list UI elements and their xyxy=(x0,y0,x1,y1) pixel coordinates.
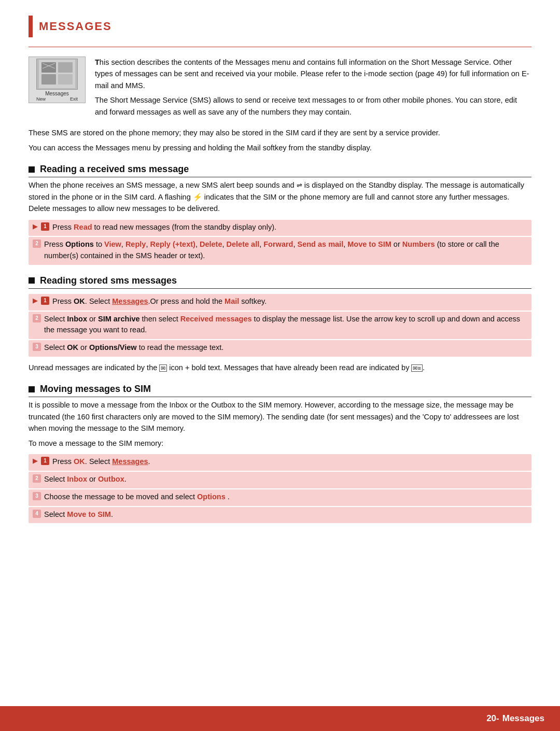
section1-header: Reading a received sms message xyxy=(29,164,531,177)
reply-text-keyword: Reply (+text) xyxy=(150,240,195,248)
step-number-1: 1 xyxy=(41,222,49,231)
section2-title: Reading stored sms messages xyxy=(40,275,177,286)
section1-square xyxy=(29,166,35,173)
section2-step1-text: Press OK. Select Messages.Or press and h… xyxy=(52,296,527,307)
phone-label: Messages xyxy=(45,91,69,96)
section2-step3-block: 3 Select OK or Options/View to read the … xyxy=(29,340,531,357)
section3-title: Moving messages to SIM xyxy=(40,384,151,395)
signal-icon: ⇌ xyxy=(297,181,302,189)
section1-step2-block: 2 Press Options to View, Reply, Reply (+… xyxy=(29,237,531,265)
svg-rect-3 xyxy=(41,74,56,85)
section2-step1-block: ▶ 1 Press OK. Select Messages.Or press a… xyxy=(29,294,531,311)
section2-step2: 2 Select Inbox or SIM archive then selec… xyxy=(33,314,527,336)
options-keyword-2: Options xyxy=(197,493,228,501)
section3-step-number-4: 4 xyxy=(33,510,41,518)
section3-step2-block: 2 Select Inbox or Outbox. xyxy=(29,472,531,488)
reply-keyword: Reply xyxy=(125,240,146,248)
page-number: 20- xyxy=(486,713,499,724)
section3-step2: 2 Select Inbox or Outbox. xyxy=(33,474,527,485)
section2-step2-block: 2 Select Inbox or SIM archive then selec… xyxy=(29,312,531,340)
section2-step2-text: Select Inbox or SIM archive then select … xyxy=(44,314,527,336)
section3-steps: ▶ 1 Press OK. Select Messages. 2 Select … xyxy=(29,454,531,523)
section3-step4-block: 4 Select Move to SIM. xyxy=(29,507,531,524)
intro-paragraph-2: The Short Message Service (SMS) allows t… xyxy=(95,94,531,118)
section3-step1: ▶ 1 Press OK. Select Messages. xyxy=(33,456,527,468)
read-keyword: Read xyxy=(74,223,92,231)
section3-step-number-3: 3 xyxy=(33,492,41,500)
inbox-keyword-1: Inbox xyxy=(67,315,87,323)
header-bar xyxy=(29,16,33,37)
section3-step4-text: Select Move to SIM. xyxy=(44,509,527,521)
numbers-keyword: Numbers xyxy=(402,240,435,248)
section1-step2: 2 Press Options to View, Reply, Reply (+… xyxy=(33,239,527,262)
section1-steps: ▶ 1 Press Read to read new messages (fro… xyxy=(29,220,531,265)
new-button-label: New xyxy=(36,96,46,102)
footer-label: Messages xyxy=(502,713,544,724)
step-arrow-icon-3: ▶ xyxy=(33,457,38,465)
sim-archive-keyword: SIM archive xyxy=(98,315,140,323)
intro-paragraph-4: You can access the Messages menu by pres… xyxy=(29,142,531,153)
intro-text-block: This section describes the contents of t… xyxy=(95,57,531,121)
inbox-keyword-2: Inbox xyxy=(67,475,87,483)
section2-step-number-2: 2 xyxy=(33,314,41,322)
section3-header: Moving messages to SIM xyxy=(29,384,531,397)
phone-screenshot: Messages New Exit xyxy=(29,57,86,103)
page-title: MESSAGES xyxy=(39,20,112,33)
section1-intro: When the phone receives an SMS message, … xyxy=(29,179,531,214)
section1-step1-text: Press Read to read new messages (from th… xyxy=(52,222,527,233)
forward-keyword: Forward xyxy=(263,240,293,248)
delete-all-keyword: Delete all xyxy=(227,240,260,248)
section3-step4: 4 Select Move to SIM. xyxy=(33,509,527,521)
mail-keyword: Mail xyxy=(225,297,239,305)
delete-keyword: Delete xyxy=(200,240,222,248)
step-arrow-icon: ▶ xyxy=(33,222,38,230)
phone-screen-svg xyxy=(39,60,75,88)
section3-square xyxy=(29,386,35,392)
options-view-keyword: Options/View xyxy=(89,343,137,352)
section3-step2-text: Select Inbox or Outbox. xyxy=(44,474,527,485)
section3-intro2: To move a message to the SIM memory: xyxy=(29,438,531,449)
move-to-sim-keyword-2: Move to SIM xyxy=(67,510,111,518)
section2-header: Reading stored sms messages xyxy=(29,275,531,289)
section3-step3: 3 Choose the message to be moved and sel… xyxy=(33,491,527,503)
header-divider xyxy=(29,47,531,47)
svg-rect-2 xyxy=(58,62,73,73)
page-footer: 20- Messages xyxy=(0,706,560,731)
section2-step3: 3 Select OK or Options/View to read the … xyxy=(33,342,527,354)
section1-step1-block: ▶ 1 Press Read to read new messages (fro… xyxy=(29,220,531,236)
section3-step-number-1: 1 xyxy=(41,457,49,465)
move-to-sim-keyword: Move to SIM xyxy=(347,240,391,248)
section3-step3-block: 3 Choose the message to be moved and sel… xyxy=(29,489,531,506)
section2-steps: ▶ 1 Press OK. Select Messages.Or press a… xyxy=(29,294,531,357)
section3-step1-text: Press OK. Select Messages. xyxy=(52,456,527,468)
svg-rect-4 xyxy=(58,74,73,85)
send-as-mail-keyword: Send as mail xyxy=(298,240,344,248)
drop-cap: T xyxy=(95,58,100,66)
section1-step1: ▶ 1 Press Read to read new messages (fro… xyxy=(33,222,527,233)
section2-step-number-1: 1 xyxy=(41,297,49,305)
section2-step1: ▶ 1 Press OK. Select Messages.Or press a… xyxy=(33,296,527,307)
section3-step1-block: ▶ 1 Press OK. Select Messages. xyxy=(29,454,531,471)
ok-keyword-2: OK xyxy=(67,343,78,352)
intro-paragraph-3: These SMS are stored on the phone memory… xyxy=(29,127,531,138)
phone-image-inner xyxy=(36,59,78,90)
section1-step2-text: Press Options to View, Reply, Reply (+te… xyxy=(44,239,527,262)
intro-paragraph-1: This section describes the contents of t… xyxy=(95,57,531,91)
memory-icon: ⚡ xyxy=(193,193,202,201)
section2-step3-text: Select OK or Options/View to read the me… xyxy=(44,342,527,354)
ok-red-keyword: OK xyxy=(74,457,85,466)
received-messages-keyword: Received messages xyxy=(180,315,252,323)
read-icon: ✉≡ xyxy=(411,364,422,372)
exit-button-label: Exit xyxy=(70,96,78,102)
phone-buttons: New Exit xyxy=(36,96,78,102)
section3-step3-text: Choose the message to be moved and selec… xyxy=(44,491,527,503)
section1-title: Reading a received sms message xyxy=(40,164,189,175)
section2-note: Unread messages are indicated by the ✉ i… xyxy=(29,362,531,373)
step-number-2: 2 xyxy=(33,240,41,248)
ok-keyword-1: OK xyxy=(74,297,85,305)
outbox-keyword: Outbox xyxy=(98,475,124,483)
unread-icon: ✉ xyxy=(159,364,167,372)
options-keyword: Options xyxy=(65,240,94,248)
step-arrow-icon-2: ▶ xyxy=(33,297,38,304)
page-header: MESSAGES xyxy=(29,16,531,37)
